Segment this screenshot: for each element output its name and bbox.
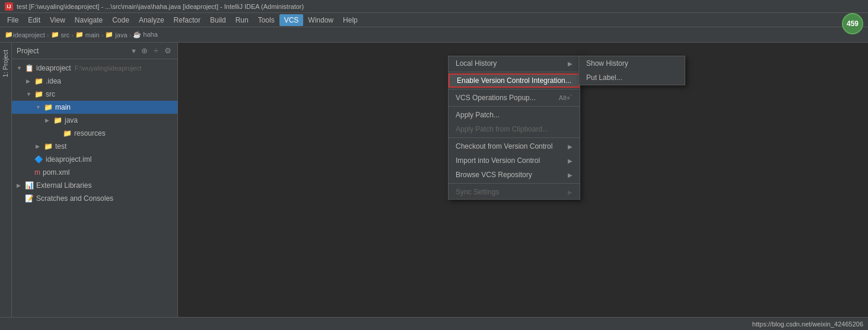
vcs-menu-sync[interactable]: Sync Settings ▶ [449, 185, 580, 199]
menu-refactor[interactable]: Refactor [169, 14, 205, 26]
vcs-menu-browse[interactable]: Browse VCS Repository ▶ [449, 168, 580, 182]
pom-icon: m [34, 168, 40, 177]
tree-item-idea[interactable]: ▶ 📁 .idea [12, 75, 177, 88]
vcs-menu-local-history-label: Local History [456, 59, 497, 68]
vcs-menu-checkout[interactable]: Checkout from Version Control ▶ [449, 139, 580, 153]
scratches-icon: 📝 [25, 194, 34, 203]
vcs-menu-enable-vci[interactable]: Enable Version Control Integration... [449, 73, 580, 88]
menu-edit[interactable]: Edit [23, 14, 45, 26]
breadcrumb-sep-3: › [101, 31, 104, 39]
tree-arrow-idea: ▶ [26, 78, 33, 84]
breadcrumb-haha[interactable]: ☕ haha [133, 31, 158, 39]
vcs-menu-apply-patch-clipboard-label: Apply Patch from Clipboard... [456, 125, 548, 133]
menu-navigate[interactable]: Navigate [70, 14, 107, 26]
side-tabs: 1: Project [0, 43, 12, 330]
tree-label-java: java [65, 116, 78, 124]
menu-tools[interactable]: Tools [253, 14, 279, 26]
tree-item-scratches[interactable]: ▶ 📝 Scratches and Consoles [12, 192, 177, 205]
vcs-menu-local-history[interactable]: Local History ▶ [449, 56, 580, 71]
avatar[interactable]: 459 [842, 13, 863, 34]
breadcrumb-sep-4: › [129, 31, 132, 39]
project-icon: 📋 [25, 64, 34, 72]
vcs-menu-sep-1 [449, 72, 580, 72]
panel-dropdown-arrow: ▼ [131, 47, 137, 55]
breadcrumb-main[interactable]: 📁 main [75, 31, 100, 39]
side-tab-project[interactable]: 1: Project [0, 45, 11, 82]
panel-title: Project [17, 47, 131, 55]
vcs-menu-browse-label: Browse VCS Repository [456, 171, 532, 179]
tree-arrow-main: ▼ [36, 104, 43, 110]
tree-label-ideaproject: ideaproject [36, 64, 71, 72]
browse-submenu-arrow: ▶ [568, 172, 573, 178]
menu-build[interactable]: Build [205, 14, 231, 26]
tree-item-iml[interactable]: ▶ 🔷 ideaproject.iml [12, 153, 177, 166]
menu-vcs[interactable]: VCS [279, 14, 304, 26]
vcs-menu-popup[interactable]: VCS Operations Popup... Alt+` [449, 91, 580, 105]
local-history-submenu-arrow: ▶ [568, 60, 573, 67]
tree-item-src[interactable]: ▼ 📁 src [12, 88, 177, 101]
tree-item-test[interactable]: ▶ 📁 test [12, 140, 177, 153]
tree-arrow-external: ▶ [17, 182, 24, 188]
tree-item-resources[interactable]: ▶ 📁 resources [12, 127, 177, 140]
project-panel: Project ▼ ⊕ ÷ ⚙ ▼ 📋 ideaproject F:\wuyal… [12, 43, 178, 330]
menu-run[interactable]: Run [231, 14, 253, 26]
tree-item-external[interactable]: ▶ 📊 External Libraries [12, 179, 177, 192]
tree-label-iml: ideaproject.iml [46, 155, 91, 164]
breadcrumb-src[interactable]: 📁 src [51, 31, 70, 39]
local-history-submenu: Show History Put Label... [578, 56, 685, 85]
main-folder-icon: 📁 [75, 31, 84, 39]
tree-label-src: src [46, 90, 55, 98]
menu-code[interactable]: Code [107, 14, 134, 26]
src-folder-icon: 📁 [51, 31, 59, 39]
content-area: Local History ▶ Enable Version Control I… [178, 43, 868, 330]
vcs-menu-apply-patch[interactable]: Apply Patch... [449, 108, 580, 122]
panel-settings-icon[interactable]: ⚙ [163, 46, 173, 56]
tree-item-java[interactable]: ▶ 📁 java [12, 114, 177, 127]
breadcrumb-sep-1: › [47, 31, 49, 39]
tree-label-test: test [55, 142, 66, 150]
local-history-show[interactable]: Show History [579, 56, 685, 71]
src-icon: 📁 [34, 90, 43, 98]
panel-split-icon[interactable]: ÷ [151, 46, 161, 56]
vcs-dropdown-menu: Local History ▶ Enable Version Control I… [448, 56, 580, 200]
vcs-menu-import[interactable]: Import into Version Control ▶ [449, 153, 580, 168]
tree-label-pom: pom.xml [43, 168, 69, 177]
breadcrumb-sep-2: › [71, 31, 74, 39]
tree-item-main[interactable]: ▼ 📁 main [12, 101, 177, 114]
vcs-menu-import-label: Import into Version Control [456, 156, 540, 165]
local-history-put-label[interactable]: Put Label... [579, 71, 685, 85]
tree-item-pom[interactable]: ▶ m pom.xml [12, 166, 177, 179]
menu-bar: File Edit View Navigate Code Analyze Ref… [0, 13, 868, 27]
idea-folder-icon: 📁 [34, 77, 43, 85]
panel-add-icon[interactable]: ⊕ [139, 46, 149, 56]
app-icon-label: IJ [7, 4, 11, 9]
resources-icon: 📁 [63, 129, 72, 137]
menu-view[interactable]: View [45, 14, 70, 26]
app-icon: IJ [5, 2, 13, 11]
test-icon: 📁 [44, 142, 53, 150]
import-submenu-arrow: ▶ [568, 158, 573, 164]
menu-analyze[interactable]: Analyze [134, 14, 169, 26]
vcs-menu-apply-patch-clipboard[interactable]: Apply Patch from Clipboard... [449, 122, 580, 136]
sync-submenu-arrow: ▶ [568, 189, 573, 196]
tree-label-idea: .idea [46, 77, 61, 85]
panel-header: Project ▼ ⊕ ÷ ⚙ [12, 43, 177, 59]
status-url: https://blog.csdn.net/weixin_42465206 [752, 321, 863, 328]
menu-file[interactable]: File [2, 14, 23, 26]
tree-item-ideaproject[interactable]: ▼ 📋 ideaproject F:\wuyaling\ideaproject [12, 62, 177, 75]
tree-label-external: External Libraries [36, 181, 91, 190]
local-history-put-label-label: Put Label... [586, 73, 622, 82]
vcs-menu-sep-3 [449, 106, 580, 107]
vcs-menu-sep-2 [449, 89, 580, 89]
iml-icon: 🔷 [34, 155, 43, 164]
java-icon: 📁 [53, 116, 62, 124]
tree-arrow-test: ▶ [36, 143, 43, 149]
window-title: test [F:\wuyaling\ideaproject] - ...\src… [17, 3, 304, 10]
main-icon: 📁 [44, 103, 53, 111]
breadcrumb-java[interactable]: 📁 java [105, 31, 127, 39]
menu-window[interactable]: Window [303, 14, 338, 26]
checkout-submenu-arrow: ▶ [568, 143, 573, 150]
breadcrumb-project[interactable]: ideaproject [13, 31, 45, 39]
vcs-menu-sync-label: Sync Settings [456, 188, 499, 196]
menu-help[interactable]: Help [338, 14, 363, 26]
